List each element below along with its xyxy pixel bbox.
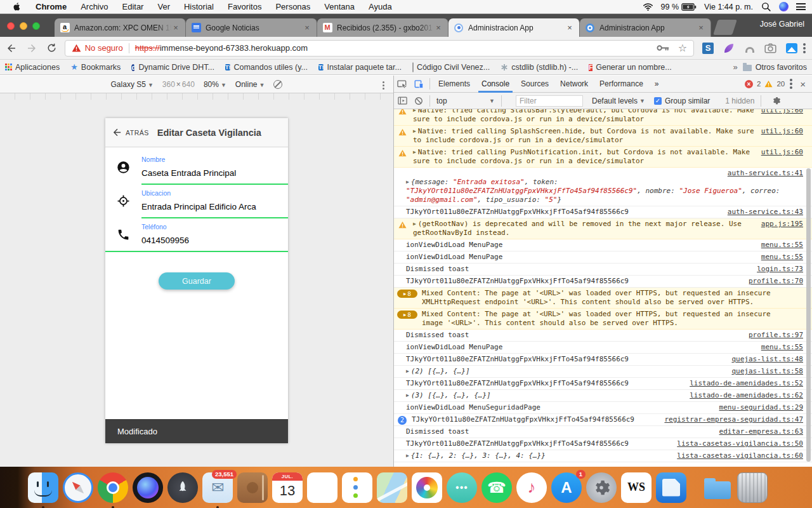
- browser-tab-1[interactable]: aAmazon.com: XPC OMEN 15×: [55, 18, 186, 37]
- console-filter-input[interactable]: Filter: [516, 95, 583, 107]
- source-link[interactable]: listado-de-amenidades.ts:52: [690, 379, 803, 388]
- source-link[interactable]: auth-service.ts:43: [728, 208, 803, 217]
- spotlight-search-icon[interactable]: [761, 2, 771, 11]
- save-button[interactable]: Guardar: [159, 272, 235, 290]
- source-link[interactable]: menu.ts:55: [761, 343, 803, 352]
- source-link[interactable]: listado-de-amenidades.ts:62: [690, 391, 803, 400]
- source-link[interactable]: menu.ts:55: [761, 241, 803, 250]
- source-link[interactable]: lista-casetas-vigilancia.ts:50: [677, 439, 803, 448]
- menu-item-archivo[interactable]: Archivo: [74, 2, 115, 11]
- dock-item-system-preferences[interactable]: [586, 472, 617, 503]
- bookmark-item-4[interactable]: T!Comandos utiles (y...: [225, 62, 308, 72]
- menu-item-personas[interactable]: Personas: [268, 2, 317, 11]
- tab-close-icon[interactable]: ×: [697, 23, 705, 32]
- field-value[interactable]: Entrada Principal Edificio Arca: [141, 202, 288, 211]
- devtools-tab-elements[interactable]: Elements: [433, 76, 476, 93]
- console-message-23[interactable]: lista-casetas-vigilancia.ts:60▶{1: {…}, …: [394, 450, 812, 462]
- dock-item-launchpad[interactable]: [167, 472, 198, 503]
- console-message-6[interactable]: app.js:195▶(getRootNav) is deprecated an…: [394, 218, 812, 239]
- chrome-profile-name[interactable]: José Gabriel: [760, 20, 804, 29]
- new-tab-button[interactable]: [713, 20, 737, 35]
- group-similar-label[interactable]: Group similar: [665, 97, 710, 105]
- bookmark-item-2[interactable]: ★Bookmarks: [70, 62, 121, 72]
- source-link[interactable]: profile.ts:70: [749, 277, 803, 286]
- browser-tab-2[interactable]: Google Noticias×: [186, 18, 317, 37]
- expand-caret-icon[interactable]: ▶: [413, 221, 416, 227]
- console-prompt[interactable]: >: [394, 462, 812, 467]
- bookmark-item-7[interactable]: cstdlib (stdlib.h) -...: [501, 63, 578, 72]
- source-link[interactable]: auth-service.ts:41: [412, 169, 803, 178]
- rotate-device-icon[interactable]: [273, 80, 282, 89]
- menu-bar-clock[interactable]: Vie 1:44 p. m.: [704, 3, 753, 11]
- source-link[interactable]: util.js:60: [761, 109, 803, 115]
- dock-item-maps[interactable]: [377, 472, 407, 503]
- bookmark-item-8[interactable]: FGenerar un nombre...: [589, 63, 672, 72]
- source-link[interactable]: util.js:60: [761, 148, 803, 157]
- security-label[interactable]: No seguro: [85, 43, 123, 53]
- log-levels-select[interactable]: Default levels▼: [592, 97, 645, 105]
- bookmarks-overflow-chevron[interactable]: »: [733, 62, 737, 72]
- bookmark-item-5[interactable]: T!Instalar paquete tar...: [318, 62, 402, 72]
- source-link[interactable]: login.ts:73: [757, 265, 803, 274]
- extension-s-icon[interactable]: S: [702, 43, 714, 54]
- dock-item-trash[interactable]: [737, 472, 768, 503]
- warning-count[interactable]: 20: [776, 80, 785, 88]
- console-message-16[interactable]: quejas-list.ts:58▶(2) [{…}, {…}]: [394, 366, 812, 378]
- field-value[interactable]: Caseta Entrada Principal: [141, 168, 288, 178]
- devtools-tab-network[interactable]: Network: [554, 76, 594, 93]
- siri-icon[interactable]: [779, 2, 789, 11]
- back-nav-button[interactable]: ATRÁS: [112, 127, 149, 138]
- menu-item-ventana[interactable]: Ventana: [317, 2, 362, 11]
- source-link[interactable]: menu-seguridad.ts:29: [719, 403, 803, 412]
- browser-tab-5[interactable]: Administracion App×: [580, 18, 711, 37]
- reload-button[interactable]: [43, 39, 61, 57]
- expand-caret-icon[interactable]: ▶: [406, 392, 409, 398]
- battery-status[interactable]: 99 %: [661, 3, 697, 11]
- console-settings-gear-icon[interactable]: [768, 93, 784, 109]
- extension-photo-icon[interactable]: [786, 43, 797, 53]
- forward-button[interactable]: [23, 39, 41, 57]
- browser-tab-3[interactable]: MRecibidos (2.355) - gxbo201×: [317, 18, 449, 37]
- other-bookmarks-folder[interactable]: Otros favoritos: [743, 63, 807, 72]
- dock-item-notes[interactable]: [307, 472, 337, 503]
- source-link[interactable]: quejas-list.ts:48: [731, 355, 803, 364]
- devtools-tab-console[interactable]: Console: [476, 76, 515, 93]
- tab-close-icon[interactable]: ×: [434, 23, 443, 32]
- dock-item-itunes[interactable]: ♪: [516, 472, 547, 503]
- dock-item-mail[interactable]: ✉23,551: [202, 472, 233, 503]
- menu-item-editar[interactable]: Editar: [115, 2, 150, 11]
- device-select[interactable]: Galaxy S5▼: [111, 80, 154, 89]
- source-link[interactable]: app.js:195: [761, 220, 803, 229]
- minimize-window-button[interactable]: [20, 22, 27, 30]
- dock-item-messages[interactable]: •••: [447, 472, 477, 503]
- network-throttle-select[interactable]: Online▼: [235, 80, 265, 89]
- back-button[interactable]: [3, 39, 20, 57]
- devtools-menu-icon[interactable]: [790, 77, 792, 90]
- dock-item-app-store[interactable]: A1: [551, 472, 582, 503]
- menu-item-ayuda[interactable]: Ayuda: [362, 2, 399, 11]
- expand-caret-icon[interactable]: ▶: [413, 149, 416, 155]
- extension-camera-icon[interactable]: [764, 42, 777, 55]
- dock-item-safari[interactable]: [63, 472, 93, 503]
- menu-item-chrome[interactable]: Chrome: [29, 2, 74, 11]
- tab-close-icon[interactable]: ×: [565, 23, 574, 32]
- dock-item-blue-app[interactable]: [656, 472, 686, 503]
- group-similar-checkbox[interactable]: ✓: [654, 97, 662, 105]
- dock-item-chrome[interactable]: [98, 472, 128, 503]
- hidden-messages-count[interactable]: 1 hidden: [725, 97, 754, 105]
- expand-caret-icon[interactable]: ▶: [406, 453, 409, 458]
- dock-item-siri[interactable]: [133, 472, 163, 503]
- extension-feather-icon[interactable]: [724, 44, 733, 53]
- dock-item-calendar[interactable]: JUL.13: [272, 472, 303, 503]
- mixed-content-repeat-badge[interactable]: ▶8: [397, 311, 417, 319]
- zoom-select[interactable]: 80%▼: [204, 80, 226, 89]
- tab-close-icon[interactable]: ×: [171, 23, 180, 32]
- menu-item-favoritos[interactable]: Favoritos: [221, 2, 268, 11]
- source-link[interactable]: util.js:60: [761, 127, 803, 136]
- inspect-element-icon[interactable]: [394, 76, 410, 92]
- bookmark-item-1[interactable]: Aplicaciones: [5, 63, 60, 72]
- devtools-tab-sources[interactable]: Sources: [515, 76, 554, 93]
- js-context-select[interactable]: top▼: [436, 97, 495, 105]
- field-input-area[interactable]: Teléfono0414509956: [141, 218, 288, 251]
- password-key-icon[interactable]: [657, 44, 669, 51]
